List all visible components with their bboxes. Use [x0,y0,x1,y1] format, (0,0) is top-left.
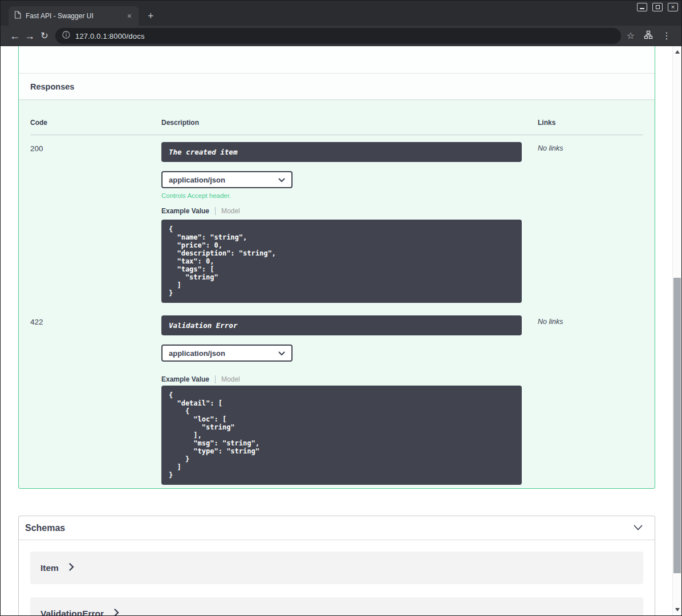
models-list: Item ValidationError [19,540,655,615]
response-code: 422 [30,315,161,485]
response-description: Validation Error [161,315,522,335]
media-type-select[interactable]: application/json [161,171,293,188]
example-model-tabs: Example Value Model [161,375,522,383]
media-type-value: application/json [169,349,225,358]
reload-icon[interactable]: ↻ [37,31,52,40]
model-name: Item [40,563,59,573]
scroll-up-icon[interactable] [673,47,681,56]
example-json-200: { "name": "string", "price": 0, "descrip… [161,220,522,303]
sitemap-icon[interactable] [644,30,653,42]
tab-model[interactable]: Model [221,375,240,383]
controls-accept-note: Controls Accept header. [161,192,522,199]
chevron-right-icon [69,563,74,573]
model-row-item[interactable]: Item [30,552,643,584]
minimize-button[interactable] [637,3,647,11]
opblock-upper-area [19,46,655,74]
response-description: The created item [161,142,522,162]
address-bar[interactable]: 127.0.0.1:8000/docs [55,28,621,44]
browser-tab[interactable]: Fast API - Swagger UI × [9,6,139,26]
model-row-validationerror[interactable]: ValidationError [30,597,643,615]
responses-section-header: Responses [19,74,655,99]
responses-title: Responses [30,82,74,91]
tab-divider [215,207,216,215]
responses-table-head: Code Description Links [30,113,643,135]
tab-divider [215,375,216,383]
menu-kebab-icon[interactable]: ⋮ [662,31,671,40]
chevron-right-icon [114,609,119,616]
responses-table: Code Description Links 200 The created i… [19,99,655,489]
col-header-code: Code [30,119,161,127]
tab-example-value[interactable]: Example Value [161,375,209,383]
browser-toolbar: ← → ↻ 127.0.0.1:8000/docs ☆ ⋮ [1,26,681,46]
maximize-button[interactable] [652,3,663,11]
new-tab-button[interactable]: + [148,11,154,21]
browser-window: Fast API - Swagger UI × + × ← → ↻ 127.0.… [0,0,682,616]
response-links: No links [522,315,643,485]
media-type-value: application/json [169,176,225,184]
forward-icon[interactable]: → [22,31,37,41]
tab-example-value[interactable]: Example Value [161,207,209,215]
response-description-cell: The created item application/json Contro… [161,142,522,303]
response-description-cell: Validation Error application/json Exampl… [161,315,522,485]
chevron-down-icon [278,349,285,358]
back-icon[interactable]: ← [7,31,22,41]
tab-strip: Fast API - Swagger UI × + × [1,1,681,26]
col-header-links: Links [522,119,643,127]
toolbar-right-group: ☆ ⋮ [627,30,675,42]
tab-close-icon[interactable]: × [126,12,133,20]
page-content: Responses Code Description Links 200 The… [1,46,681,615]
opblock-responses-panel: Responses Code Description Links 200 The… [18,46,655,489]
media-type-select[interactable]: application/json [161,345,293,362]
response-code: 200 [30,142,161,303]
tab-title: Fast API - Swagger UI [26,12,121,20]
schemas-header[interactable]: Schemas [19,516,655,540]
page-favicon-icon [14,11,21,21]
example-json-422: { "detail": [ { "loc": [ "string" ], "ms… [161,386,522,485]
chevron-down-icon[interactable] [633,523,643,533]
col-header-description: Description [161,119,522,127]
window-controls: × [637,3,678,11]
response-row-422: 422 Validation Error application/json Ex… [30,309,643,485]
site-info-icon[interactable] [62,31,70,41]
schemas-title: Schemas [25,523,65,533]
model-name: ValidationError [40,609,104,616]
scroll-down-icon[interactable] [673,605,681,614]
url-text: 127.0.0.1:8000/docs [75,32,145,40]
vertical-scrollbar[interactable] [672,46,681,615]
response-row-200: 200 The created item application/json Co… [30,135,643,303]
example-model-tabs: Example Value Model [161,207,522,215]
tab-model[interactable]: Model [221,207,240,215]
scrollbar-thumb[interactable] [673,278,681,573]
close-button[interactable]: × [668,3,678,11]
chevron-down-icon [278,176,285,184]
response-links: No links [522,142,643,303]
schemas-section: Schemas Item ValidationError [18,516,655,615]
bookmark-star-icon[interactable]: ☆ [627,31,635,40]
